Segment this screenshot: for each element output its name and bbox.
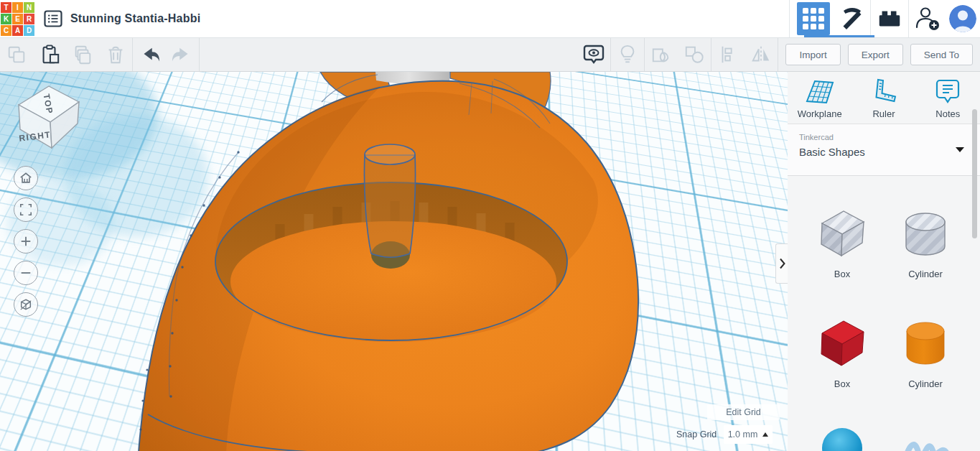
- 3d-viewport[interactable]: TOP RIGHT: [0, 72, 788, 451]
- shape-sphere-partial[interactable]: [801, 424, 884, 451]
- shape-box-hole[interactable]: Box: [801, 205, 884, 315]
- caret-down-icon: [956, 147, 964, 152]
- mirror-icon: [750, 44, 772, 65]
- minecraft-pickaxe-button[interactable]: [833, 0, 870, 37]
- tinkercad-logo[interactable]: T I N K E R C A D: [1, 2, 34, 36]
- panel-collapse-handle[interactable]: [775, 243, 788, 284]
- design-title[interactable]: Stunning Stantia-Habbi: [70, 12, 200, 25]
- apps-grid-button[interactable]: [797, 2, 830, 35]
- divider: [199, 38, 200, 71]
- copy-button[interactable]: [0, 38, 33, 71]
- show-all-button[interactable]: [611, 38, 644, 71]
- workplane-label: Workplane: [798, 108, 842, 119]
- snap-grid-dropdown[interactable]: 1.0 mm: [724, 425, 773, 444]
- logo-tile: D: [24, 25, 34, 36]
- shape-label: Cylinder: [908, 378, 943, 389]
- notes-icon: [933, 77, 962, 106]
- fit-view-button[interactable]: [14, 197, 38, 222]
- tinkercad-app: T I N K E R C A D Stunning Stantia-Habbi: [0, 0, 980, 451]
- top-bar: T I N K E R C A D Stunning Stantia-Habbi: [0, 0, 980, 38]
- workplane-tool[interactable]: Workplane: [788, 72, 851, 124]
- zoom-in-button[interactable]: [14, 229, 38, 254]
- paste-button[interactable]: [33, 38, 66, 71]
- logo-tile: I: [12, 2, 23, 13]
- import-button[interactable]: Import: [785, 44, 840, 65]
- lightbulb-icon: [617, 44, 638, 65]
- align-button[interactable]: [711, 38, 745, 71]
- shape-label: Box: [834, 378, 850, 389]
- mirror-button[interactable]: [745, 38, 778, 71]
- export-button[interactable]: Export: [848, 44, 903, 65]
- notes-label: Notes: [935, 108, 960, 119]
- trash-icon: [105, 44, 126, 65]
- shape-scribble-partial[interactable]: [884, 424, 967, 451]
- logo-tile: T: [1, 2, 11, 13]
- plus-icon: [19, 235, 32, 248]
- divider: [778, 38, 778, 71]
- edit-grid-button[interactable]: Edit Grid: [707, 404, 780, 420]
- edit-toolbar: Import Export Send To: [0, 38, 980, 72]
- ruler-icon: [869, 77, 898, 106]
- shape-box-solid[interactable]: Box: [801, 315, 884, 424]
- panel-tools: Workplane Ruler: [788, 72, 980, 124]
- caret-up-icon: [762, 432, 768, 437]
- shapes-panel: Workplane Ruler: [788, 72, 980, 451]
- align-icon: [717, 44, 739, 65]
- fit-view-icon: [19, 203, 32, 216]
- notes-tool[interactable]: Notes: [916, 72, 980, 124]
- ruler-label: Ruler: [872, 108, 895, 119]
- model-cylinder-pin[interactable]: [364, 144, 415, 269]
- brick-icon: [876, 5, 903, 32]
- model-canvas[interactable]: [0, 72, 788, 451]
- shape-gallery: Box: [788, 176, 980, 451]
- shape-label: Cylinder: [908, 269, 943, 279]
- snap-grid-value: 1.0 mm: [728, 429, 758, 440]
- chevron-right-icon: [779, 258, 785, 269]
- workplane-icon: [804, 77, 836, 106]
- copy-icon: [6, 44, 27, 65]
- logo-tile: C: [1, 25, 11, 36]
- perspective-cube-icon: [19, 298, 32, 311]
- ungroup-icon: [683, 44, 705, 65]
- account-avatar[interactable]: [949, 5, 976, 32]
- duplicate-button[interactable]: [66, 38, 99, 71]
- logo-tile: N: [24, 2, 34, 13]
- shape-cylinder-solid[interactable]: Cylinder: [884, 315, 967, 424]
- show-hide-button[interactable]: [577, 38, 610, 71]
- shape-library-dropdown[interactable]: Tinkercad Basic Shapes: [788, 124, 980, 176]
- active-tab-indicator: [804, 35, 874, 37]
- shape-cylinder-hole[interactable]: Cylinder: [884, 205, 967, 315]
- apps-grid-icon: [803, 8, 824, 29]
- redo-icon: [172, 44, 193, 65]
- ruler-tool[interactable]: Ruler: [851, 72, 915, 124]
- panel-scrollbar[interactable]: [972, 109, 977, 238]
- brick-button[interactable]: [871, 0, 908, 37]
- snap-grid-label: Snap Grid: [676, 429, 717, 440]
- zoom-out-button[interactable]: [14, 261, 38, 285]
- paste-icon: [39, 44, 60, 65]
- sphere-icon: [815, 424, 869, 451]
- ungroup-button[interactable]: [678, 38, 711, 71]
- view-cube[interactable]: TOP RIGHT: [13, 80, 85, 152]
- top-right-actions: [789, 0, 980, 37]
- home-icon: [19, 172, 32, 185]
- invite-user-button[interactable]: [909, 0, 946, 37]
- scribble-icon: [898, 424, 953, 451]
- group-button[interactable]: [645, 38, 678, 71]
- redo-button[interactable]: [166, 38, 199, 71]
- delete-button[interactable]: [99, 38, 132, 71]
- undo-button[interactable]: [133, 38, 166, 71]
- show-hide-icon: [582, 43, 605, 66]
- home-view-button[interactable]: [14, 166, 38, 190]
- add-person-icon: [913, 4, 942, 33]
- logo-tile: A: [12, 25, 23, 36]
- cylinder-orange-icon: [898, 315, 953, 369]
- group-icon: [650, 44, 672, 65]
- design-menu-icon[interactable]: [42, 8, 64, 29]
- undo-icon: [139, 44, 160, 65]
- send-to-button[interactable]: Send To: [910, 44, 973, 65]
- box-red-icon: [815, 315, 869, 369]
- perspective-toggle-button[interactable]: [14, 292, 38, 317]
- main-area: TOP RIGHT: [0, 72, 980, 451]
- duplicate-icon: [72, 44, 93, 65]
